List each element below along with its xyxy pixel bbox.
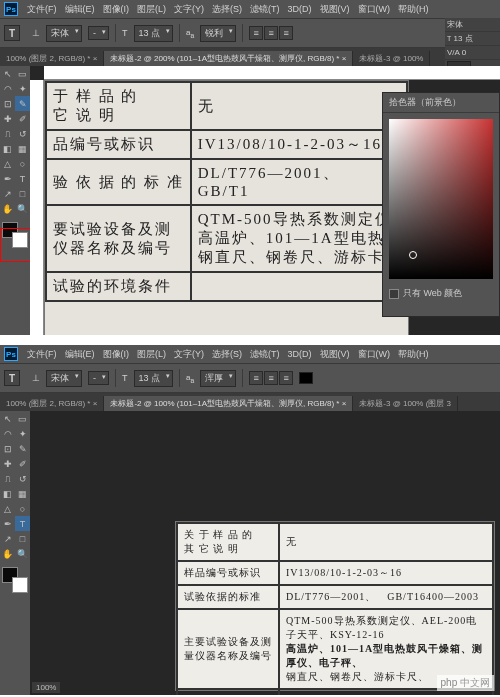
color-selection-ring-icon[interactable] bbox=[409, 251, 417, 259]
font-family-dropdown[interactable]: 宋体 bbox=[46, 25, 82, 42]
menu-3d[interactable]: 3D(D) bbox=[285, 4, 315, 14]
options-bar: T ⊥ 宋体 - T 13 点 aa 浑厚 ≡ ≡ ≡ bbox=[0, 363, 500, 393]
shape-tool[interactable]: □ bbox=[15, 186, 30, 201]
lasso-tool[interactable]: ◠ bbox=[0, 426, 15, 441]
blur-tool[interactable]: △ bbox=[0, 501, 15, 516]
wand-tool[interactable]: ✦ bbox=[15, 81, 30, 96]
menu-filter[interactable]: 滤镜(T) bbox=[247, 348, 283, 361]
antialias-dropdown[interactable]: 锐利 bbox=[200, 25, 236, 42]
marquee-tool[interactable]: ▭ bbox=[15, 66, 30, 81]
document-tab-2[interactable]: 未标题-3 @ 100% (图层 3 bbox=[353, 396, 458, 411]
menu-filter[interactable]: 滤镜(T) bbox=[247, 3, 283, 16]
menu-edit[interactable]: 编辑(E) bbox=[62, 348, 98, 361]
dodge-tool[interactable]: ○ bbox=[15, 156, 30, 171]
gradient-tool[interactable]: ▦ bbox=[15, 486, 30, 501]
menu-file[interactable]: 文件(F) bbox=[24, 3, 60, 16]
document-canvas[interactable]: 关 于 样 品 的其 它 说 明 无 样品编号或标识 IV13/08/10-1-… bbox=[175, 521, 495, 691]
font-style-dropdown[interactable]: - bbox=[88, 26, 109, 40]
zoom-tool[interactable]: 🔍 bbox=[15, 546, 30, 561]
menu-3d[interactable]: 3D(D) bbox=[285, 349, 315, 359]
lasso-tool[interactable]: ◠ bbox=[0, 81, 15, 96]
background-color-swatch[interactable] bbox=[12, 577, 28, 593]
path-tool[interactable]: ↗ bbox=[0, 531, 15, 546]
brush-tool[interactable]: ✐ bbox=[15, 111, 30, 126]
marquee-tool[interactable]: ▭ bbox=[15, 411, 30, 426]
crop-tool[interactable]: ⊡ bbox=[0, 96, 15, 111]
document-canvas[interactable]: 于 样 品 的它 说 明 无 品编号或标识 IV13/08/10-1-2-03～… bbox=[44, 80, 409, 335]
hand-tool[interactable]: ✋ bbox=[0, 201, 15, 216]
menu-edit[interactable]: 编辑(E) bbox=[62, 3, 98, 16]
color-picker-dialog[interactable]: 拾色器（前景色） 只有 Web 颜色 bbox=[382, 92, 500, 317]
move-tool[interactable]: ↖ bbox=[0, 411, 15, 426]
text-color-swatch[interactable] bbox=[299, 372, 313, 384]
pen-tool[interactable]: ✒ bbox=[0, 516, 15, 531]
align-center-icon[interactable]: ≡ bbox=[264, 371, 278, 385]
history-brush-tool[interactable]: ↺ bbox=[15, 471, 30, 486]
menu-bar: Ps 文件(F) 编辑(E) 图像(I) 图层(L) 文字(Y) 选择(S) 滤… bbox=[0, 345, 500, 363]
font-family-dropdown[interactable]: 宋体 bbox=[46, 370, 82, 387]
menu-image[interactable]: 图像(I) bbox=[100, 348, 133, 361]
stamp-tool[interactable]: ⎍ bbox=[0, 471, 15, 486]
stamp-tool[interactable]: ⎍ bbox=[0, 126, 15, 141]
gradient-tool[interactable]: ▦ bbox=[15, 141, 30, 156]
menu-window[interactable]: 窗口(W) bbox=[355, 3, 394, 16]
menu-layer[interactable]: 图层(L) bbox=[134, 348, 169, 361]
eraser-tool[interactable]: ◧ bbox=[0, 141, 15, 156]
font-size-dropdown[interactable]: 13 点 bbox=[134, 25, 174, 42]
brush-tool[interactable]: ✐ bbox=[15, 456, 30, 471]
font-style-dropdown[interactable]: - bbox=[88, 371, 109, 385]
menu-select[interactable]: 选择(S) bbox=[209, 3, 245, 16]
document-tab-1[interactable]: 未标题-2 @ 200% (101–1A型电热鼓风干燥箱、测厚仪, RGB/8)… bbox=[104, 51, 353, 66]
history-brush-tool[interactable]: ↺ bbox=[15, 126, 30, 141]
menu-select[interactable]: 选择(S) bbox=[209, 348, 245, 361]
menu-file[interactable]: 文件(F) bbox=[24, 348, 60, 361]
document-tab-2[interactable]: 未标题-3 @ 100% bbox=[353, 51, 430, 66]
crop-tool[interactable]: ⊡ bbox=[0, 441, 15, 456]
menu-window[interactable]: 窗口(W) bbox=[355, 348, 394, 361]
document-tab-0[interactable]: 100% (图层 2, RGB/8) * × bbox=[0, 396, 104, 411]
document-tabs: 100% (图层 2, RGB/8) * × 未标题-2 @ 100% (101… bbox=[0, 393, 500, 411]
menu-bar: Ps 文件(F) 编辑(E) 图像(I) 图层(L) 文字(Y) 选择(S) 滤… bbox=[0, 0, 500, 18]
document-table: 关 于 样 品 的其 它 说 明 无 样品编号或标识 IV13/08/10-1-… bbox=[176, 522, 494, 695]
menu-layer[interactable]: 图层(L) bbox=[134, 3, 169, 16]
menu-help[interactable]: 帮助(H) bbox=[395, 3, 432, 16]
blur-tool[interactable]: △ bbox=[0, 156, 15, 171]
eyedropper-tool[interactable]: ✎ bbox=[15, 96, 30, 111]
menu-image[interactable]: 图像(I) bbox=[100, 3, 133, 16]
text-align-buttons[interactable]: ≡ ≡ ≡ bbox=[249, 26, 293, 40]
color-field[interactable] bbox=[389, 119, 493, 279]
zoom-tool[interactable]: 🔍 bbox=[15, 201, 30, 216]
heal-tool[interactable]: ✚ bbox=[0, 456, 15, 471]
dodge-tool[interactable]: ○ bbox=[15, 501, 30, 516]
menu-type[interactable]: 文字(Y) bbox=[171, 348, 207, 361]
menu-view[interactable]: 视图(V) bbox=[317, 348, 353, 361]
antialias-dropdown2[interactable]: 浑厚 bbox=[200, 370, 236, 387]
font-size-dropdown[interactable]: 13 点 bbox=[134, 370, 174, 387]
eyedropper-tool[interactable]: ✎ bbox=[15, 441, 30, 456]
shape-tool[interactable]: □ bbox=[15, 531, 30, 546]
menu-type[interactable]: 文字(Y) bbox=[171, 3, 207, 16]
align-left-icon[interactable]: ≡ bbox=[249, 371, 263, 385]
wand-tool[interactable]: ✦ bbox=[15, 426, 30, 441]
eraser-tool[interactable]: ◧ bbox=[0, 486, 15, 501]
color-swatches[interactable] bbox=[0, 565, 30, 595]
align-left-icon[interactable]: ≡ bbox=[249, 26, 263, 40]
web-colors-checkbox[interactable] bbox=[389, 289, 399, 299]
hand-tool[interactable]: ✋ bbox=[0, 546, 15, 561]
zoom-status[interactable]: 100% bbox=[32, 682, 60, 693]
pen-tool[interactable]: ✒ bbox=[0, 171, 15, 186]
align-right-icon[interactable]: ≡ bbox=[279, 26, 293, 40]
type-tool[interactable]: T bbox=[15, 171, 30, 186]
document-tab-0[interactable]: 100% (图层 2, RGB/8) * × bbox=[0, 51, 104, 66]
menu-help[interactable]: 帮助(H) bbox=[395, 348, 432, 361]
type-tool[interactable]: T bbox=[15, 516, 30, 531]
path-tool[interactable]: ↗ bbox=[0, 186, 15, 201]
text-tool-icon: T bbox=[4, 25, 20, 41]
align-right-icon[interactable]: ≡ bbox=[279, 371, 293, 385]
align-center-icon[interactable]: ≡ bbox=[264, 26, 278, 40]
menu-view[interactable]: 视图(V) bbox=[317, 3, 353, 16]
heal-tool[interactable]: ✚ bbox=[0, 111, 15, 126]
move-tool[interactable]: ↖ bbox=[0, 66, 15, 81]
text-align-buttons[interactable]: ≡ ≡ ≡ bbox=[249, 371, 293, 385]
document-tab-1[interactable]: 未标题-2 @ 100% (101–1A型电热鼓风干燥箱、测厚仪, RGB/8)… bbox=[104, 396, 353, 411]
